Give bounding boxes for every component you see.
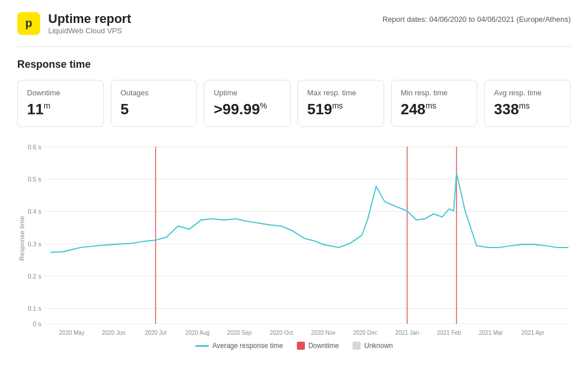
svg-text:2021 Jan: 2021 Jan bbox=[395, 330, 419, 336]
svg-text:2020 Sep: 2020 Sep bbox=[227, 330, 252, 336]
stat-label: Outages bbox=[121, 88, 188, 97]
chart-area: 0.6 s 0.5 s 0.4 s 0.3 s 0.2 s 0.1 s 0 s … bbox=[17, 141, 571, 336]
stat-label: Min resp. time bbox=[401, 88, 468, 97]
svg-text:2021 Apr: 2021 Apr bbox=[521, 330, 545, 336]
report-dates: Report dates: 04/06/2020 to 04/06/2021 (… bbox=[382, 15, 571, 24]
stat-label: Max resp. time bbox=[307, 88, 374, 97]
svg-text:0.1 s: 0.1 s bbox=[28, 305, 41, 312]
svg-text:Response time: Response time bbox=[18, 216, 25, 261]
legend-avg-label: Average response time bbox=[212, 342, 283, 350]
stat-card-0: Downtime 11m bbox=[17, 80, 104, 127]
stat-value: 519ms bbox=[307, 100, 374, 118]
page-subtitle: LiquidWeb Cloud VPS bbox=[48, 26, 131, 35]
svg-text:2021 Feb: 2021 Feb bbox=[437, 330, 461, 336]
svg-text:0.5 s: 0.5 s bbox=[28, 176, 41, 183]
stat-value: 5 bbox=[121, 100, 188, 118]
page-title: Uptime report bbox=[48, 11, 131, 26]
svg-text:2020 Jul: 2020 Jul bbox=[145, 330, 167, 336]
stat-card-1: Outages 5 bbox=[111, 80, 198, 127]
chart-container: 0.6 s 0.5 s 0.4 s 0.3 s 0.2 s 0.1 s 0 s … bbox=[17, 141, 571, 336]
legend-downtime-box bbox=[297, 342, 305, 350]
legend-unknown: Unknown bbox=[353, 342, 393, 350]
svg-text:0.2 s: 0.2 s bbox=[28, 273, 41, 280]
legend-downtime: Downtime bbox=[297, 342, 339, 350]
svg-text:2020 May: 2020 May bbox=[59, 330, 85, 336]
section-title: Response time bbox=[17, 59, 571, 71]
svg-text:0 s: 0 s bbox=[33, 320, 41, 327]
stats-row: Downtime 11m Outages 5 Uptime >99.99% Ma… bbox=[17, 80, 571, 127]
stat-label: Avg resp. time bbox=[494, 88, 561, 97]
chart-legend: Average response time Downtime Unknown bbox=[17, 342, 571, 350]
svg-text:2020 Aug: 2020 Aug bbox=[185, 330, 210, 336]
stat-card-2: Uptime >99.99% bbox=[204, 80, 291, 127]
stat-label: Downtime bbox=[27, 88, 94, 97]
legend-unknown-box bbox=[353, 342, 361, 350]
header-divider bbox=[17, 47, 571, 47]
svg-text:2020 Oct: 2020 Oct bbox=[270, 330, 293, 336]
stat-card-5: Avg resp. time 338ms bbox=[484, 80, 571, 127]
stat-card-3: Max resp. time 519ms bbox=[297, 80, 384, 127]
stat-card-4: Min resp. time 248ms bbox=[391, 80, 478, 127]
legend-unknown-label: Unknown bbox=[364, 342, 393, 350]
page-header: p Uptime report LiquidWeb Cloud VPS Repo… bbox=[17, 11, 571, 35]
svg-text:2020 Dec: 2020 Dec bbox=[353, 330, 378, 336]
svg-text:2021 Mar: 2021 Mar bbox=[479, 330, 504, 336]
svg-text:0.3 s: 0.3 s bbox=[28, 241, 41, 248]
svg-text:2020 Jun: 2020 Jun bbox=[102, 330, 125, 336]
svg-text:0.6 s: 0.6 s bbox=[28, 144, 41, 150]
chart-svg: 0.6 s 0.5 s 0.4 s 0.3 s 0.2 s 0.1 s 0 s … bbox=[17, 141, 571, 336]
logo: p bbox=[17, 12, 40, 35]
stat-value: 11m bbox=[27, 100, 94, 118]
legend-downtime-label: Downtime bbox=[308, 342, 339, 350]
stat-label: Uptime bbox=[214, 88, 281, 97]
legend-avg: Average response time bbox=[195, 342, 283, 350]
legend-avg-line bbox=[195, 345, 209, 347]
stat-value: 248ms bbox=[401, 100, 468, 118]
svg-text:0.4 s: 0.4 s bbox=[28, 208, 41, 215]
stat-value: 338ms bbox=[494, 100, 561, 118]
header-title: Uptime report LiquidWeb Cloud VPS bbox=[48, 11, 131, 35]
header-left: p Uptime report LiquidWeb Cloud VPS bbox=[17, 11, 131, 35]
stat-value: >99.99% bbox=[214, 100, 281, 118]
logo-letter: p bbox=[25, 17, 32, 30]
svg-text:2020 Nov: 2020 Nov bbox=[311, 330, 336, 336]
